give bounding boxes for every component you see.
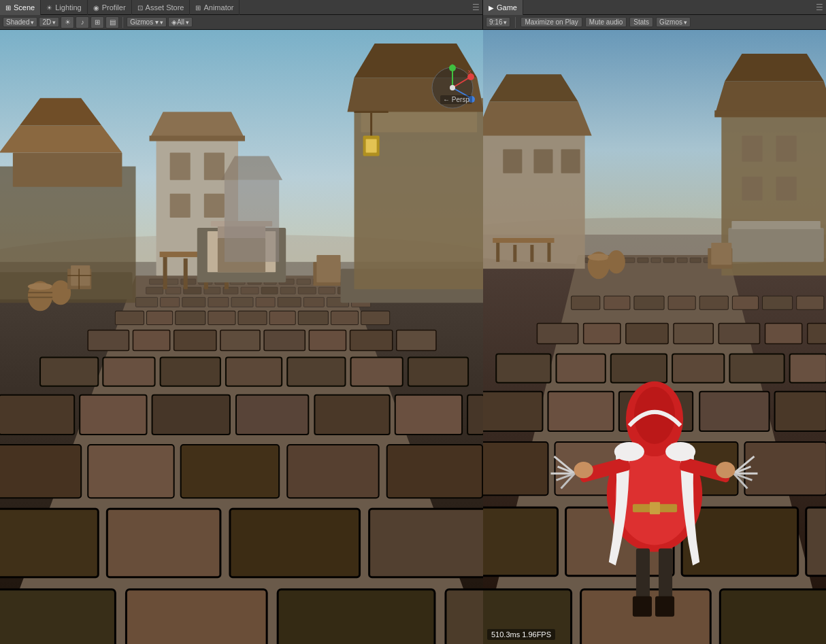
svg-rect-57 xyxy=(226,358,282,386)
svg-rect-78 xyxy=(126,590,267,644)
svg-rect-207 xyxy=(776,136,797,162)
svg-rect-122 xyxy=(316,255,340,282)
svg-rect-34 xyxy=(303,297,324,307)
tab-scene[interactable]: ⊞ Scene xyxy=(0,0,41,15)
svg-rect-102 xyxy=(150,136,245,141)
svg-rect-41 xyxy=(238,311,267,324)
top-tab-bar: ⊞ Scene ☀ Lighting ◉ Profiler ⊡ Asset St… xyxy=(0,0,826,15)
game-view[interactable]: 510.3ms 1.96FPS xyxy=(483,30,826,644)
scene-tab-icon: ⊞ xyxy=(5,4,11,12)
gizmo-widget: X Y Z xyxy=(429,64,476,112)
svg-rect-79 xyxy=(278,590,435,644)
right-tab-menu[interactable]: ☰ xyxy=(813,0,826,14)
svg-rect-210 xyxy=(728,228,823,262)
maximize-on-play-btn[interactable]: Maximize on Play xyxy=(521,17,582,27)
game-toolbar: 9:16 Maximize on Play Mute audio Stats G… xyxy=(483,15,826,29)
svg-rect-177 xyxy=(483,442,548,495)
svg-marker-85 xyxy=(0,125,122,152)
mute-audio-btn[interactable]: Mute audio xyxy=(585,17,627,27)
audio-icon-btn[interactable]: ♪ xyxy=(76,16,89,29)
game-tab-icon: ▶ xyxy=(489,4,494,12)
svg-rect-52 xyxy=(350,330,393,350)
svg-rect-205 xyxy=(714,110,826,117)
svg-rect-42 xyxy=(269,311,295,324)
game-gizmos-dropdown[interactable]: Gizmos xyxy=(656,17,691,27)
svg-rect-198 xyxy=(561,150,580,173)
svg-rect-69 xyxy=(88,445,174,498)
tab-animator[interactable]: ⊞ Animator xyxy=(190,0,239,15)
svg-rect-193 xyxy=(530,245,533,262)
svg-rect-173 xyxy=(548,392,613,431)
svg-rect-29 xyxy=(182,297,205,307)
svg-rect-196 xyxy=(503,150,522,173)
svg-rect-165 xyxy=(808,323,826,343)
svg-rect-30 xyxy=(208,297,229,307)
svg-rect-194 xyxy=(547,241,550,262)
sun-icon-btn[interactable]: ☀ xyxy=(61,16,74,29)
svg-rect-72 xyxy=(387,445,482,498)
svg-rect-40 xyxy=(208,311,235,324)
all-dropdown[interactable]: ◈All xyxy=(168,17,193,27)
fx-icon-btn[interactable]: ⊞ xyxy=(90,16,104,29)
svg-rect-209 xyxy=(776,177,797,201)
svg-rect-80 xyxy=(446,590,483,644)
game-toolbar-sep xyxy=(515,17,516,28)
stats-btn[interactable]: Stats xyxy=(629,17,653,27)
svg-marker-204 xyxy=(725,54,823,81)
svg-rect-32 xyxy=(256,297,275,307)
svg-rect-172 xyxy=(483,392,542,431)
animator-tab-icon: ⊞ xyxy=(195,4,201,12)
svg-rect-74 xyxy=(107,509,220,577)
gizmos-dropdown[interactable]: Gizmos ▾ xyxy=(127,17,167,27)
svg-rect-167 xyxy=(557,354,606,383)
svg-rect-213 xyxy=(711,243,731,265)
svg-rect-6 xyxy=(181,279,196,284)
svg-rect-70 xyxy=(181,445,279,498)
scene-camera-btn[interactable]: ▤ xyxy=(105,16,119,29)
svg-rect-98 xyxy=(204,153,225,180)
svg-rect-50 xyxy=(264,330,305,350)
svg-rect-45 xyxy=(361,311,390,324)
svg-rect-48 xyxy=(174,330,216,350)
svg-rect-28 xyxy=(161,297,180,307)
svg-rect-63 xyxy=(152,395,230,435)
svg-rect-153 xyxy=(634,296,664,309)
shaded-dropdown[interactable]: Shaded xyxy=(3,17,37,27)
main-content-area: X Y Z ← Persp xyxy=(0,30,826,644)
tab-game[interactable]: ▶ Game xyxy=(483,0,523,15)
aspect-dropdown[interactable]: 9:16 xyxy=(486,17,510,27)
tab-asset-store[interactable]: ⊡ Asset Store xyxy=(132,0,191,15)
svg-rect-158 xyxy=(797,296,824,309)
svg-point-236 xyxy=(574,462,593,478)
svg-rect-123 xyxy=(225,180,279,262)
svg-rect-5 xyxy=(166,279,178,284)
svg-rect-152 xyxy=(604,296,630,309)
svg-rect-64 xyxy=(236,395,308,435)
svg-rect-66 xyxy=(395,395,462,435)
tab-lighting[interactable]: ☀ Lighting xyxy=(41,0,88,15)
2d-toggle[interactable]: 2D xyxy=(39,17,59,27)
svg-rect-43 xyxy=(298,311,328,324)
svg-point-88 xyxy=(28,283,52,290)
left-tab-menu[interactable]: ☰ xyxy=(469,0,482,14)
svg-rect-62 xyxy=(80,395,146,435)
svg-rect-220 xyxy=(633,596,652,617)
fps-overlay: 510.3ms 1.96FPS xyxy=(487,629,555,640)
asset-store-tab-label: Asset Store xyxy=(146,3,184,12)
svg-rect-168 xyxy=(611,354,667,383)
svg-point-201 xyxy=(608,250,625,273)
svg-rect-197 xyxy=(533,150,552,173)
svg-rect-65 xyxy=(314,395,389,435)
svg-rect-33 xyxy=(278,297,301,307)
svg-rect-156 xyxy=(732,296,758,309)
svg-rect-145 xyxy=(651,258,661,262)
svg-rect-99 xyxy=(170,194,191,218)
svg-rect-100 xyxy=(204,194,225,218)
scene-view[interactable]: X Y Z ← Persp xyxy=(0,30,483,644)
tab-profiler[interactable]: ◉ Profiler xyxy=(88,0,132,15)
svg-rect-76 xyxy=(369,509,483,577)
svg-rect-13 xyxy=(297,279,310,284)
shaded-label: Shaded xyxy=(6,18,29,26)
svg-rect-60 xyxy=(408,358,468,386)
svg-rect-159 xyxy=(537,323,578,343)
